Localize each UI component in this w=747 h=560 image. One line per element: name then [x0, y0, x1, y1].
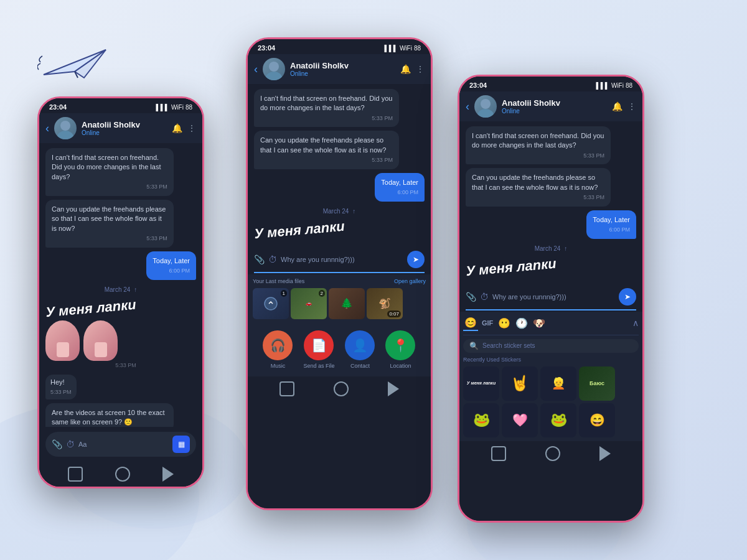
message-input-left[interactable]: Aa	[78, 441, 169, 448]
status-bar-left: 23:04 ▌▌▌ WiFi 88	[39, 98, 202, 113]
msg-time: 5:33 PM	[260, 114, 393, 123]
attach-contact[interactable]: 👤 Contact	[345, 330, 375, 369]
msg-time: 5:33 PM	[260, 156, 393, 164]
msg-text: Hey!	[50, 378, 65, 386]
msg-time: 5:33 PM	[52, 183, 167, 191]
status-icons-center: ▌▌▌ WiFi 88	[385, 45, 421, 52]
attach-icon-right[interactable]: 📎	[466, 292, 476, 302]
media-thumb-1[interactable]: 1	[253, 288, 289, 319]
attach-icon-left[interactable]: 📎	[52, 439, 62, 449]
attach-music[interactable]: 🎧 Music	[263, 330, 293, 369]
emoji-tab-animals[interactable]: 🐶	[532, 316, 547, 330]
message-input-right[interactable]: Why are you runnnig?)))	[492, 293, 615, 301]
media-thumb-4[interactable]: 🐒 0:07	[367, 288, 403, 319]
contact-info-left: Anatolii Sholkv Online	[82, 120, 167, 136]
bottom-nav-center	[248, 376, 431, 401]
send-icon-left: ▦	[178, 440, 185, 449]
chat-header-right: ‹ Anatolii Sholkv Online 🔔 ⋮	[459, 91, 642, 121]
input-area-left: 📎 ⏱ Aa ▦	[39, 427, 202, 462]
mute-icon[interactable]: 🔔	[172, 123, 182, 133]
svg-point-9	[477, 109, 494, 118]
contact-label: Contact	[350, 363, 370, 369]
sticker-sets-title: Recently Used Stickers	[463, 357, 639, 363]
nav-square-right[interactable]	[491, 446, 506, 461]
input-row-left: 📎 ⏱ Aa ▦	[45, 432, 196, 457]
avatar-right	[474, 95, 497, 118]
msg-text: Can you update the freehands please so t…	[52, 205, 166, 232]
media-thumb-3[interactable]: 🌲	[329, 288, 365, 319]
bottom-nav-right	[459, 441, 642, 466]
up-arrow-icon: ↑	[134, 286, 137, 293]
contact-status-left: Online	[82, 129, 167, 136]
date-text: March 24	[535, 245, 561, 252]
contact-status-right: Online	[502, 108, 607, 114]
more-icon-r[interactable]: ⋮	[627, 101, 636, 111]
msg-received-1-left: I can't find that screen on freehand. Di…	[45, 148, 174, 196]
back-button-left[interactable]: ‹	[45, 122, 49, 135]
attach-icon-center[interactable]: 📎	[254, 254, 265, 264]
nav-square-left[interactable]	[68, 467, 83, 482]
svg-point-5	[269, 62, 279, 72]
phone-right: 23:04 ▌▌▌ WiFi 88 ‹ Anatolii Sholkv Onli…	[458, 75, 644, 523]
timer-icon-left[interactable]: ⏱	[66, 439, 75, 449]
nav-circle-left[interactable]	[115, 467, 130, 482]
emoji-tab-clock[interactable]: 🕐	[514, 316, 529, 330]
music-label: Music	[271, 363, 286, 369]
msg-text: I can't find that screen on freehand. Di…	[472, 132, 604, 149]
open-gallery-btn[interactable]: Open gallery	[394, 278, 426, 284]
sticker-search-input[interactable]: Search sticker sets	[482, 342, 632, 349]
message-input-center[interactable]: Why are you runnnig?)))	[281, 256, 403, 263]
attach-file[interactable]: 📄 Send as File	[303, 330, 334, 369]
timer-icon-right[interactable]: ⏱	[480, 292, 489, 302]
attach-location[interactable]: 📍 Location	[385, 330, 415, 369]
bottom-nav-left	[39, 462, 202, 487]
sticker-grid-item-7[interactable]: 🐸	[540, 403, 576, 437]
timer-icon-center[interactable]: ⏱	[268, 254, 277, 264]
msg-text: I can't find that screen on freehand. Di…	[260, 95, 392, 111]
msg-videos: Are the videos at screen 10 the exact sa…	[45, 403, 174, 427]
msg-hey: Hey! 5:33 PM	[45, 375, 77, 399]
nav-square-center[interactable]	[280, 381, 294, 396]
nav-back-center[interactable]	[388, 381, 399, 396]
avatar-center	[263, 58, 285, 80]
date-separator-left: March 24 ↑	[45, 284, 196, 296]
signal-icon-c: ▌▌▌	[385, 45, 398, 52]
time-right: 23:04	[469, 82, 487, 89]
mute-icon-r[interactable]: 🔔	[612, 101, 622, 111]
sticker-grid-item-3[interactable]: 👱	[540, 366, 576, 401]
send-button-center[interactable]: ➤	[407, 251, 425, 268]
back-button-center[interactable]: ‹	[254, 63, 258, 76]
sticker-grid-item-4[interactable]: Баюс	[579, 366, 615, 401]
nav-circle-center[interactable]	[334, 381, 349, 396]
back-button-right[interactable]: ‹	[466, 100, 469, 113]
msg-time: 5:33 PM	[472, 194, 604, 202]
media-thumb-2[interactable]: 🚗 2	[291, 288, 327, 319]
input-row-center: 📎 ⏱ Why are you runnnig?))) ➤	[254, 248, 425, 273]
sticker-grid-item-1[interactable]: У меня лапки	[463, 366, 499, 401]
mute-icon-c[interactable]: 🔔	[400, 64, 411, 74]
collapse-icon[interactable]: ∧	[632, 318, 639, 328]
send-button-right[interactable]: ➤	[619, 288, 636, 306]
battery-icon: 88	[186, 104, 192, 111]
sticker-text-right: У меня лапки	[465, 256, 557, 278]
send-button-left[interactable]: ▦	[172, 436, 190, 453]
nav-circle-right[interactable]	[545, 446, 560, 461]
sticker-grid-item-2[interactable]: 🤘	[502, 366, 538, 401]
emoji-tab-gif[interactable]: GIF	[481, 318, 494, 328]
sticker-grid-item-8[interactable]: 😄	[579, 403, 615, 437]
sticker-grid-item-6[interactable]: 🩷	[502, 403, 538, 437]
nav-back-left[interactable]	[162, 467, 174, 482]
messages-area-left: I can't find that screen on freehand. Di…	[39, 143, 202, 427]
nav-back-right[interactable]	[599, 446, 611, 461]
sticker-grid-item-5[interactable]: 🐸	[463, 403, 499, 437]
status-bar-right: 23:04 ▌▌▌ WiFi 88	[459, 77, 642, 91]
more-icon[interactable]: ⋮	[187, 123, 196, 133]
emoji-tab-smile[interactable]: 😊	[463, 315, 478, 331]
emoji-tab-neutral[interactable]: 😶	[497, 316, 512, 330]
msg-time: 6:00 PM	[381, 189, 418, 197]
search-icon-sticker: 🔍	[469, 342, 479, 350]
msg-r1-right: I can't find that screen on freehand. Di…	[466, 126, 611, 164]
input-area-right: 📎 ⏱ Why are you runnnig?))) ➤	[459, 282, 642, 312]
bear-sticker-1	[45, 320, 80, 361]
more-icon-c[interactable]: ⋮	[416, 64, 425, 74]
